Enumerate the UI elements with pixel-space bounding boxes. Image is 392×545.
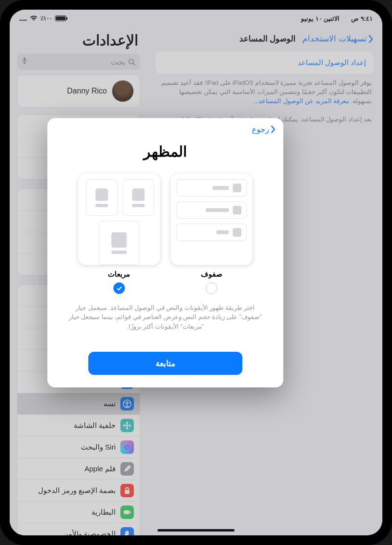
modal-help-text: اختر طريقة ظهور الأيقونات والنص في الوصو… [61,304,270,332]
home-indicator[interactable] [157,529,235,532]
option-grid-label: مربعات [78,270,160,279]
option-rows[interactable]: صفوف [170,173,252,294]
appearance-modal: رجوع المظهر صفوف [47,118,283,387]
chevron-right-icon [270,125,275,133]
option-grid[interactable]: مربعات [78,173,160,294]
rows-preview [170,173,252,265]
option-rows-label: صفوف [170,270,252,279]
continue-button[interactable]: متابعة [88,352,242,375]
modal-back-button[interactable]: رجوع [252,125,275,134]
option-grid-radio[interactable] [113,282,125,294]
option-rows-radio[interactable] [206,282,217,294]
modal-title: المظهر [61,143,270,160]
grid-preview [78,173,160,265]
